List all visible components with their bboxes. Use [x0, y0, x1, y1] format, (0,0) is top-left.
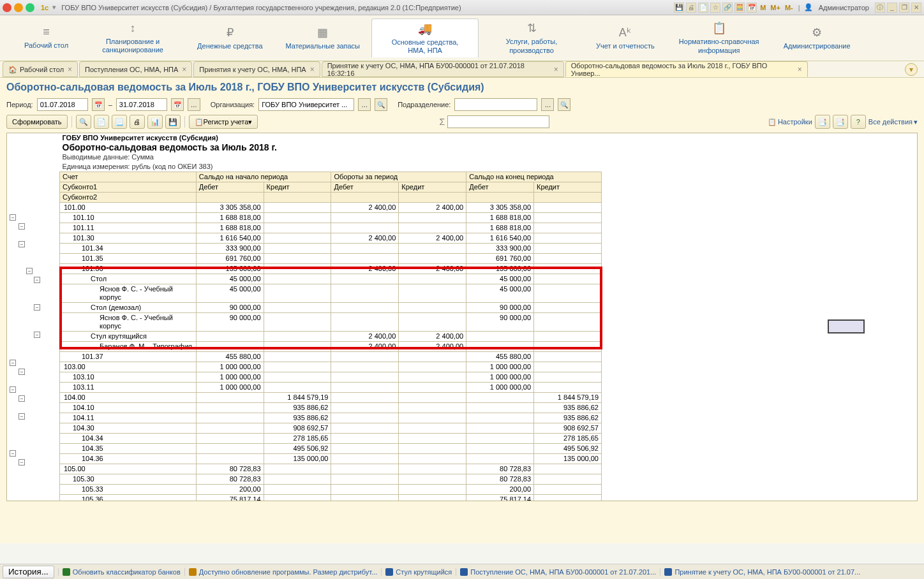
nav-item[interactable]: 📋Нормативно-справочная информация	[666, 18, 772, 57]
subdiv-search-icon[interactable]: 🔍	[558, 98, 570, 111]
table-row[interactable]: 101.301 616 540,002 400,002 400,001 616 …	[60, 233, 602, 244]
tool-set2-icon[interactable]: 📑	[833, 115, 848, 129]
tool-set1-icon[interactable]: 📑	[815, 115, 830, 129]
tab-close-icon[interactable]: ×	[554, 65, 558, 74]
tree-toggle-icon[interactable]: −	[26, 268, 33, 274]
table-row[interactable]: Стол (демозал)90 000,0090 000,00	[60, 303, 602, 313]
nav-item[interactable]: ⇅Услуги, работы, производство	[479, 18, 585, 57]
tb-doc-icon[interactable]: 📄	[698, 3, 708, 13]
tb-close-icon[interactable]: ✕	[911, 3, 921, 13]
table-row[interactable]: 105.33200,00200,00	[60, 485, 602, 495]
dropdown-icon[interactable]: ▾	[52, 3, 56, 11]
tab[interactable]: Принятие к учету ОС, НМА, НПА БУ00-00000…	[322, 61, 564, 77]
table-row[interactable]: 105.3675 817,1475 817,14	[60, 495, 602, 501]
tb-min-icon[interactable]: _	[887, 3, 897, 13]
date-from-input[interactable]	[37, 98, 88, 111]
nav-item[interactable]: АᵏУчет и отчетность	[585, 23, 666, 53]
tab[interactable]: 🏠Рабочий стол×	[3, 61, 78, 77]
tool-page1-icon[interactable]: 📄	[94, 115, 109, 129]
tb-mminus[interactable]: М-	[784, 4, 794, 11]
report-scroll[interactable]: −−−−−−−−−−−−−− ГОБУ ВПО Университет иску…	[7, 133, 917, 501]
table-row[interactable]: 105.3080 728,8380 728,83	[60, 474, 602, 485]
table-row[interactable]: 104.30908 692,57908 692,57	[60, 423, 602, 434]
table-row[interactable]: 101.36135 000,002 400,002 400,00135 000,…	[60, 264, 602, 274]
window-close-icon[interactable]	[3, 3, 11, 12]
tb-info-icon[interactable]: ⓘ	[875, 3, 885, 13]
tree-toggle-icon[interactable]: −	[19, 413, 25, 420]
calendar-from-icon[interactable]: 📅	[92, 98, 105, 111]
tree-toggle-icon[interactable]: −	[10, 360, 16, 366]
form-report-button[interactable]: Сформировать	[6, 115, 68, 129]
tool-zoom-icon[interactable]: 🔍	[76, 115, 91, 129]
tb-save-icon[interactable]: 💾	[674, 3, 684, 13]
tree-toggle-icon[interactable]: −	[10, 450, 16, 457]
tb-star-icon[interactable]: ☆	[710, 3, 720, 13]
help-icon[interactable]: ?	[851, 115, 866, 129]
table-row[interactable]: 101.34333 900,00333 900,00	[60, 244, 602, 254]
tree-toggle-icon[interactable]: −	[19, 395, 25, 402]
date-to-input[interactable]	[116, 98, 167, 111]
tree-toggle-icon[interactable]: −	[10, 214, 16, 221]
table-row[interactable]: 103.001 000 000,001 000 000,00	[60, 362, 602, 372]
tool-chart-icon[interactable]: 📊	[147, 115, 163, 129]
table-row[interactable]: Стол45 000,0045 000,00	[60, 274, 602, 284]
table-row[interactable]: 105.0080 728,8380 728,83	[60, 464, 602, 474]
table-row[interactable]: 104.34278 185,65278 185,65	[60, 434, 602, 444]
org-ellipsis-icon[interactable]: …	[358, 98, 371, 111]
sigma-input[interactable]	[447, 115, 549, 128]
register-button[interactable]: 📋 Регистр учета ▾	[189, 115, 258, 129]
tab[interactable]: Поступления ОС, НМА, НПА×	[79, 61, 192, 77]
table-row[interactable]: 104.11935 886,62935 886,62	[60, 413, 602, 423]
nav-item[interactable]: ≡Рабочий стол	[13, 23, 80, 52]
tree-toggle-icon[interactable]: −	[34, 304, 40, 311]
tree-toggle-icon[interactable]: −	[10, 386, 16, 393]
history-button[interactable]: История...	[3, 566, 54, 578]
table-row[interactable]: 101.101 688 818,001 688 818,00	[60, 213, 602, 223]
subdiv-ellipsis-icon[interactable]: …	[541, 98, 554, 111]
table-row[interactable]: 101.35691 760,00691 760,00	[60, 254, 602, 264]
calendar-to-icon[interactable]: 📅	[171, 98, 184, 111]
tb-calendar-icon[interactable]: 📅	[747, 3, 757, 13]
window-maximize-icon[interactable]	[26, 3, 34, 12]
tool-print-icon[interactable]: 🖨	[130, 115, 145, 129]
tab-close-icon[interactable]: ×	[310, 65, 315, 74]
nav-item[interactable]: 🚚Основные средства, НМА, НПА	[371, 18, 479, 57]
status-item[interactable]: Обновить классификатор банков	[58, 568, 184, 576]
period-select-icon[interactable]: …	[188, 98, 200, 111]
table-row[interactable]: 101.003 305 358,002 400,002 400,003 305 …	[60, 203, 602, 213]
tb-link-icon[interactable]: 🔗	[722, 3, 733, 13]
tb-m[interactable]: М	[759, 4, 767, 11]
tab-close-icon[interactable]: ×	[68, 65, 72, 74]
tree-toggle-icon[interactable]: −	[19, 223, 25, 230]
nav-item[interactable]: ₽Денежные средства	[186, 23, 274, 53]
tb-calc-icon[interactable]: 🧮	[734, 3, 745, 13]
window-minimize-icon[interactable]	[14, 3, 23, 12]
table-row[interactable]: 101.37455 880,00455 880,00	[60, 352, 602, 362]
tool-save-icon[interactable]: 💾	[165, 115, 181, 129]
tree-toggle-icon[interactable]: −	[19, 241, 25, 247]
table-row[interactable]: 104.36135 000,00135 000,00	[60, 454, 602, 464]
subdiv-input[interactable]	[454, 98, 537, 111]
table-row[interactable]: 103.111 000 000,001 000 000,00	[60, 383, 602, 393]
nav-item[interactable]: ↕Планирование и санкционирование	[80, 19, 186, 57]
tb-print-icon[interactable]: 🖨	[686, 3, 696, 13]
table-row[interactable]: 104.001 844 579,191 844 579,19	[60, 393, 602, 403]
nav-item[interactable]: ⚙Администрирование	[772, 23, 862, 53]
table-row[interactable]: Баранов Ф. М. - Типография2 400,002 400,…	[60, 342, 602, 352]
table-row[interactable]: 103.101 000 000,001 000 000,00	[60, 372, 602, 383]
tb-restore-icon[interactable]: ❐	[899, 3, 909, 13]
table-row[interactable]: Яснов Ф. С. - Учебный корпус45 000,0045 …	[60, 284, 602, 303]
status-item[interactable]: Поступление ОС, НМА, НПА БУ00-000001 от …	[456, 568, 660, 576]
table-row[interactable]: 101.111 688 818,001 688 818,00	[60, 223, 602, 233]
tool-page2-icon[interactable]: 📃	[112, 115, 127, 129]
settings-link[interactable]: 📋 Настройки	[768, 118, 812, 126]
org-search-icon[interactable]: 🔍	[375, 98, 387, 111]
nav-item[interactable]: ▦Материальные запасы	[274, 23, 372, 53]
status-item[interactable]: Стул крутящийся	[381, 568, 456, 576]
tree-toggle-icon[interactable]: −	[34, 277, 40, 283]
table-row[interactable]: 104.10935 886,62935 886,62	[60, 403, 602, 413]
tree-toggle-icon[interactable]: −	[19, 369, 25, 375]
status-item[interactable]: Доступно обновление программы. Размер ди…	[184, 568, 382, 576]
table-row[interactable]: 104.35495 506,92495 506,92	[60, 444, 602, 454]
table-row[interactable]: Яснов Ф. С. - Учебный корпус90 000,0090 …	[60, 313, 602, 332]
